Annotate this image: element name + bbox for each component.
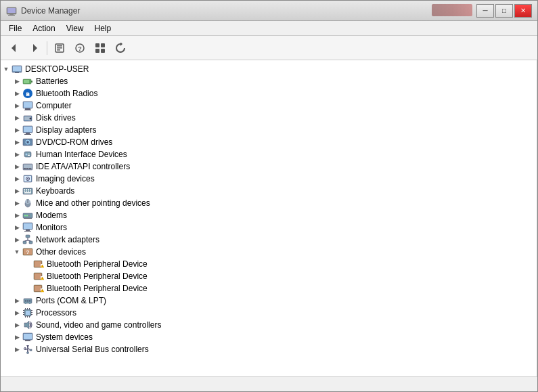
list-item[interactable]: ▶ Bluetooth Peripheral Device [1,282,537,295]
list-item[interactable]: ▶ Bluetooth Peripheral Device [1,270,537,282]
svg-point-40 [26,154,28,156]
expand-icon[interactable]: ▶ [12,76,22,87]
svg-rect-72 [24,223,32,229]
network-icon [22,234,33,245]
title-bar: Device Manager ─ □ ✕ [1,1,537,21]
sound-icon [22,320,33,330]
expand-icon[interactable]: ▶ [12,88,22,99]
device-tree[interactable]: ▼ DESKTOP-USER ▶ [1,60,537,376]
svg-rect-20 [31,81,32,83]
svg-point-51 [27,178,28,179]
list-item[interactable]: ▶ Computer [1,100,537,112]
minimize-button[interactable]: ─ [476,4,494,18]
svg-rect-125 [25,340,30,341]
svg-rect-115 [29,316,30,318]
expand-icon[interactable]: ▶ [12,100,22,111]
list-item[interactable]: ▶ Human Interface Devices [1,148,537,160]
list-item[interactable]: ▶ Sound, video and game controllers [1,319,537,331]
dvd-icon [22,137,33,148]
svg-rect-8 [57,47,62,49]
list-item[interactable]: ▶ Keyboards [1,185,537,197]
expand-icon[interactable]: ▶ [12,186,22,196]
refresh-button[interactable] [111,39,130,57]
expand-icon[interactable]: ▶ [12,234,22,245]
forward-button[interactable] [25,39,44,57]
svg-text:ʙ: ʙ [26,90,30,97]
expand-icon[interactable]: ▶ [12,344,22,355]
list-item[interactable]: ▶ [1,307,537,319]
expand-icon[interactable]: ▶ [12,295,22,306]
list-item[interactable]: ▶ Monitors [1,221,537,234]
list-item[interactable]: ▶ Bluetooth Peripheral Device [1,258,537,270]
expand-icon[interactable]: ▶ [12,149,22,160]
list-item[interactable]: ▶ DVD/CD-ROM drives [1,136,537,148]
root-expand-icon[interactable]: ▼ [1,64,12,74]
modem-icon [22,210,33,221]
svg-rect-54 [26,189,27,190]
svg-rect-53 [24,189,25,190]
expand-icon[interactable]: ▶ [12,307,22,318]
list-item[interactable]: ▶ Modems [1,209,537,221]
expand-icon[interactable]: ▶ [12,320,22,330]
svg-rect-15 [101,49,105,53]
list-item[interactable]: ▶ Display adapters [1,124,537,136]
maximize-button[interactable]: □ [495,4,513,18]
expand-icon[interactable]: ▶ [12,198,22,209]
item-label: Mice and other pointing devices [36,198,150,208]
window-controls: ─ □ ✕ [432,4,532,18]
svg-point-30 [30,118,32,120]
list-item[interactable]: ▶ Disk drives [1,112,537,124]
item-label: Modems [36,211,67,220]
svg-rect-73 [26,230,30,231]
svg-rect-14 [95,49,99,53]
list-item[interactable]: ▶ Mice and other pointing devices [1,197,537,209]
list-item[interactable]: ▶ Ports (COM & LPT) [1,295,537,307]
back-button[interactable] [5,39,24,57]
item-label: Other devices [36,247,86,257]
svg-rect-7 [57,45,62,47]
list-item[interactable]: ▶ Network adapters [1,234,537,246]
close-button[interactable]: ✕ [514,4,532,18]
list-item[interactable]: ▶ Universal Serial Bus controllers [1,343,537,355]
expand-icon[interactable]: ▶ [12,332,22,343]
expand-icon[interactable]: ▼ [12,246,22,257]
svg-rect-60 [30,191,31,192]
list-item[interactable]: ▶ System devices [1,331,537,343]
expand-icon[interactable]: ▶ [12,173,22,184]
svg-point-95 [42,279,43,280]
list-item[interactable]: ▼ ? Other devices [1,246,537,258]
help-button[interactable]: ? [70,39,89,57]
expand-icon[interactable]: ▶ [12,125,22,135]
show-hide-button[interactable] [91,39,110,57]
svg-rect-42 [28,155,30,156]
svg-rect-47 [29,168,31,169]
svg-rect-119 [31,310,32,311]
list-item[interactable]: ▶ Batteries [1,75,537,87]
expand-icon[interactable]: ▶ [12,161,22,172]
list-item[interactable]: ▶ Imaging devices [1,173,537,185]
properties-button[interactable] [50,39,69,57]
svg-rect-100 [42,290,43,291]
svg-marker-127 [26,345,29,347]
tree-root[interactable]: ▼ DESKTOP-USER [1,63,537,75]
list-item[interactable]: ▶ IDE ATA/ATAPI controllers [1,160,537,173]
svg-rect-94 [42,278,43,279]
battery-icon [22,76,33,87]
list-item[interactable]: ▶ ʙ Bluetooth Radios [1,87,537,100]
expand-icon[interactable]: ▶ [12,210,22,221]
svg-rect-21 [24,80,29,83]
expand-icon[interactable]: ▶ [12,137,22,148]
svg-rect-74 [24,231,31,232]
item-label: Computer [36,101,72,110]
menu-help[interactable]: Help [89,22,117,35]
svg-point-68 [26,215,28,217]
expand-icon[interactable]: ▶ [12,112,22,123]
item-label: Ports (COM & LPT) [36,296,106,305]
expand-icon[interactable]: ▶ [12,222,22,233]
menu-action[interactable]: Action [27,22,60,35]
menu-view[interactable]: View [61,22,89,35]
menu-file[interactable]: File [3,22,27,35]
svg-point-69 [28,215,30,217]
item-label: Batteries [36,77,68,86]
svg-rect-75 [26,235,30,238]
